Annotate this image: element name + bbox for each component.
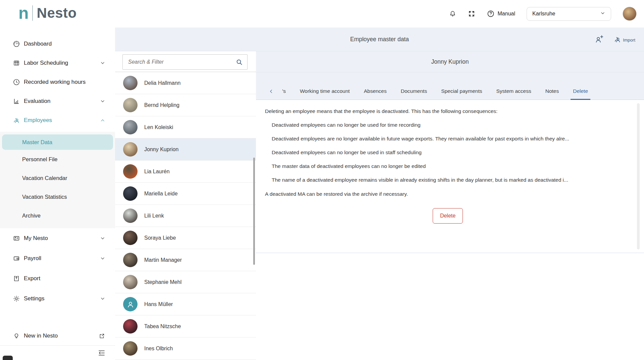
employee-row-mariella-leide[interactable]: Mariella Leide <box>115 183 256 205</box>
sidebar-subitem-personnel-file[interactable]: Personnel File <box>0 150 115 169</box>
employee-row-len-koleiski[interactable]: Len Koleiski <box>115 116 256 138</box>
avatar <box>123 208 138 223</box>
sidebar-item-labor-scheduling[interactable]: Labor Scheduling <box>0 53 115 72</box>
logo-text: Nesto <box>37 6 77 20</box>
employee-name: Martin Manager <box>144 257 182 263</box>
sidebar-item-payroll[interactable]: Payroll <box>0 248 115 268</box>
fullscreen-button[interactable] <box>468 10 475 17</box>
employee-list: Delia HallmannBernd HelplingLen Koleiski… <box>115 72 256 360</box>
avatar <box>123 142 138 157</box>
collapse-sidebar-button[interactable] <box>98 349 106 357</box>
sidebar-subitem-vacation-statistics[interactable]: Vacation Statistics <box>0 187 115 206</box>
employee-row-soraya-liebe[interactable]: Soraya Liebe <box>115 227 256 249</box>
sidebar-item-dashboard[interactable]: Dashboard <box>0 34 115 53</box>
location-select[interactable]: Karlsruhe <box>527 7 611 21</box>
tab-system-access[interactable]: System access <box>489 72 538 100</box>
tab-working-time-account[interactable]: Working time account <box>293 72 357 100</box>
consequence-line: Deactivated employees can no longer be u… <box>272 148 631 157</box>
employee-name: Tabea Nitzsche <box>144 323 181 329</box>
search-box <box>122 54 248 70</box>
employee-row-hans-m-ller[interactable]: Hans Müller <box>115 293 256 315</box>
sidebar-item-my-nesto[interactable]: My Nesto <box>0 228 115 248</box>
employee-name: Ines Olbrich <box>144 346 173 352</box>
delete-button[interactable]: Delete <box>433 208 463 224</box>
tab-partial[interactable]: ’s <box>275 72 293 100</box>
employee-row-lia-laur-n[interactable]: Lia Laurén <box>115 161 256 183</box>
sidebar-subitem-archive[interactable]: Archive <box>0 206 115 225</box>
chevron-down-icon <box>100 296 105 301</box>
list-scrollbar[interactable] <box>253 158 255 265</box>
corner-widget[interactable] <box>3 356 13 360</box>
tab-absences[interactable]: Absences <box>357 72 394 100</box>
employee-name: Bernd Helpling <box>144 102 179 108</box>
help-circle-icon <box>487 10 495 18</box>
avatar <box>123 120 138 134</box>
sidebar-item-export[interactable]: Export <box>0 268 115 289</box>
employee-list-panel: Delia HallmannBernd HelplingLen Koleiski… <box>115 51 256 360</box>
notifications-button[interactable] <box>449 10 457 18</box>
avatar <box>123 231 138 245</box>
sidebar-item-label: My Nesto <box>24 235 48 242</box>
chevron-down-icon <box>100 236 105 241</box>
manual-button[interactable]: Manual <box>487 10 515 18</box>
search-input[interactable] <box>123 55 247 69</box>
main-content: Employee master data Import <box>115 27 644 360</box>
employee-row-delia-hallmann[interactable]: Delia Hallmann <box>115 72 256 94</box>
employee-name: Hans Müller <box>144 301 173 307</box>
id-card-icon <box>13 235 20 242</box>
employee-row-lili-lenk[interactable]: Lili Lenk <box>115 205 256 227</box>
employee-row-tabea-nitzsche[interactable]: Tabea Nitzsche <box>115 315 256 338</box>
sidebar-item-new-in-nesto[interactable]: New in Nesto <box>0 326 115 345</box>
tabs: ’sWorking time accountAbsencesDocumentsS… <box>275 72 595 100</box>
external-link-icon <box>99 333 105 339</box>
employee-name: Lia Laurén <box>144 169 170 175</box>
employee-name: Delia Hallmann <box>144 80 181 86</box>
sidebar-item-label: Export <box>24 275 40 282</box>
chevron-down-icon <box>600 10 605 17</box>
employee-name: Stephanie Mehl <box>144 279 181 285</box>
wallet-icon <box>13 255 20 262</box>
employee-row-stephanie-mehl[interactable]: Stephanie Mehl <box>115 271 256 293</box>
clock-icon <box>13 78 20 86</box>
add-employee-button[interactable] <box>594 35 603 44</box>
search-icon <box>235 58 243 66</box>
sidebar-subitem-master-data[interactable]: Master Data <box>2 134 113 150</box>
tab-notes[interactable]: Notes <box>538 72 566 100</box>
bar-chart-icon <box>13 98 20 105</box>
search-section <box>115 51 256 72</box>
consequence-line: Deactivated employees are no longer avai… <box>272 134 631 143</box>
employee-row-martin-manager[interactable]: Martin Manager <box>115 249 256 271</box>
sidebar-item-employees[interactable]: Employees <box>0 111 115 130</box>
sidebar: DashboardLabor SchedulingRecorded workin… <box>0 27 115 360</box>
detail-scrollbar[interactable] <box>637 103 640 249</box>
sidebar-item-recorded-working-hours[interactable]: Recorded working hours <box>0 72 115 92</box>
tab-scroll-left-button[interactable] <box>269 89 275 100</box>
gear-icon <box>13 295 20 302</box>
employee-row-bernd-helpling[interactable]: Bernd Helpling <box>115 94 256 116</box>
topbar: n Nesto Manual Karlsruhe <box>0 0 644 27</box>
tab-delete[interactable]: Delete <box>566 72 595 100</box>
export-icon <box>13 275 20 282</box>
employee-row-ines-olbrich[interactable]: Ines Olbrich <box>115 338 256 360</box>
topbar-actions: Manual Karlsruhe <box>449 0 637 27</box>
tab-special-payments[interactable]: Special payments <box>434 72 489 100</box>
sidebar-item-label: Recorded working hours <box>24 79 86 85</box>
avatar-placeholder <box>123 297 138 311</box>
sidebar-subitem-vacation-calendar[interactable]: Vacation Calendar <box>0 169 115 187</box>
sidebar-item-settings[interactable]: Settings <box>0 289 115 309</box>
user-avatar[interactable] <box>623 7 637 21</box>
manual-label: Manual <box>498 11 515 17</box>
avatar <box>123 319 138 334</box>
dashboard-icon <box>13 40 20 48</box>
employee-row-jonny-kuprion[interactable]: Jonny Kuprion <box>115 138 256 161</box>
sidebar-item-evaluation[interactable]: Evaluation <box>0 92 115 111</box>
sidebar-footer: New in Nesto <box>0 326 115 360</box>
avatar <box>123 341 138 356</box>
tab-documents[interactable]: Documents <box>394 72 434 100</box>
delete-consequences: Deactivated employees can no longer be u… <box>265 121 631 184</box>
import-people-icon <box>613 36 622 44</box>
avatar <box>123 76 138 90</box>
chevron-down-icon <box>100 61 105 65</box>
import-button[interactable]: Import <box>613 36 635 44</box>
sidebar-nav-top: DashboardLabor SchedulingRecorded workin… <box>0 27 115 130</box>
